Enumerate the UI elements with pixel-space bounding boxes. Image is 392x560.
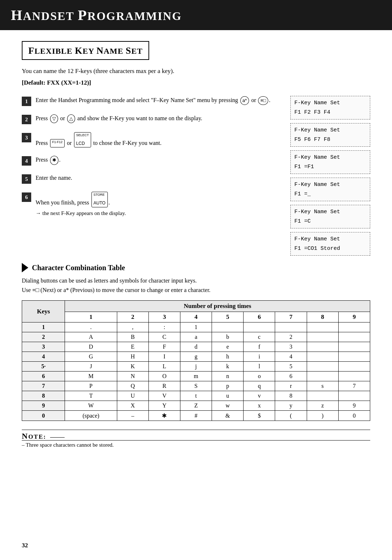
char-table: Keys Number of pressing times 1 2 3 4 5 …	[22, 300, 370, 421]
table-row: 4GHIghi4	[22, 352, 370, 362]
table-cell-val: #	[180, 411, 212, 421]
section-title: FLEXIBLE KEY NAME SET	[28, 46, 143, 56]
table-cell-val	[244, 322, 275, 332]
table-row: 1.,:1	[22, 322, 370, 332]
page-header: HANDSET PROGRAMMING	[0, 0, 392, 30]
step-num-4: 4	[22, 156, 31, 166]
char-title-text: Character Combination Table	[32, 264, 125, 272]
step-num-1: 1	[22, 97, 31, 106]
header-title: HANDSET PROGRAMMING	[11, 9, 182, 23]
step-num-6: 6	[22, 192, 31, 202]
table-cell-val: t	[180, 391, 212, 401]
table-cell-val: C	[148, 332, 180, 342]
table-cell-val: B	[117, 332, 148, 342]
table-cell-val: (	[275, 411, 307, 421]
table-cell-val: ,	[117, 322, 148, 332]
table-cell-val: )	[307, 411, 338, 421]
table-cell-val: H	[117, 352, 148, 362]
table-cell-val: n	[212, 372, 244, 381]
table-cell-val	[307, 352, 338, 362]
table-cell-val: q	[244, 381, 275, 391]
table-cell-val: m	[180, 372, 212, 381]
table-cell-val: c	[244, 332, 275, 342]
table-cell-key: 7	[22, 381, 65, 391]
step-num-2: 2	[22, 115, 31, 124]
intro-line2: [Default: FXX (XX=1-12)]	[22, 78, 370, 88]
table-cell-val: :	[148, 322, 180, 332]
table-cell-val: (space)	[65, 411, 117, 421]
table-cell-val	[338, 362, 370, 372]
table-cell-val: j	[180, 362, 212, 372]
table-cell-val: .	[65, 322, 117, 332]
page: HANDSET PROGRAMMING FLEXIBLE KEY NAME SE…	[0, 0, 392, 560]
table-cell-val	[338, 342, 370, 352]
table-cell-val: 5	[275, 362, 307, 372]
table-cell-val: 2	[275, 332, 307, 342]
table-cell-val: u	[212, 391, 244, 401]
table-row: 3DEFdef3	[22, 342, 370, 352]
table-cell-val: D	[65, 342, 117, 352]
table-cell-key: 8	[22, 391, 65, 401]
icon-star-circle: ✱	[50, 156, 58, 165]
table-cell-val	[307, 372, 338, 381]
table-cell-val	[307, 362, 338, 372]
col-6: 6	[244, 312, 275, 322]
table-cell-val: 9	[338, 401, 370, 411]
table-cell-val	[212, 322, 244, 332]
col-3: 3	[148, 312, 180, 322]
table-cell-val: R	[148, 381, 180, 391]
table-cell-val: A	[65, 332, 117, 342]
step-text-5: Enter the name.	[36, 174, 283, 183]
table-cell-val: e	[212, 342, 244, 352]
table-row: 8TUVtuv8	[22, 391, 370, 401]
table-row: 5·JKLjkl5	[22, 362, 370, 372]
lcd-column: F-Key Name Set F1 F2 F3 F4 F-Key Name Se…	[290, 96, 370, 256]
lcd-screen-1: F-Key Name Set F1 F2 F3 F4	[290, 96, 370, 119]
icon-store-auto: STOREAUTO	[91, 192, 108, 207]
table-cell-val	[338, 391, 370, 401]
table-cell-val: a	[180, 332, 212, 342]
step-text-3: Press F1·F12 or SELECTLCD to chose the F…	[36, 132, 283, 147]
step-1: 1 Enter the Handset Programming mode and…	[22, 96, 283, 106]
table-cell-val: 8	[275, 391, 307, 401]
table-cell-val	[338, 332, 370, 342]
table-row: 0(space)–✱#&$()0	[22, 411, 370, 421]
col-header-num-pressing: Number of pressing times	[65, 301, 370, 312]
note-text: – Three space characters cannot be store…	[22, 442, 370, 448]
table-cell-val: x	[244, 401, 275, 411]
lcd-screen-2: F-Key Name Set F5 F6 F7 F8	[290, 123, 370, 147]
icon-down-arrow: ▽	[50, 114, 58, 123]
step-text-1: Enter the Handset Programming mode and s…	[36, 96, 283, 105]
table-cell-val: X	[117, 401, 148, 411]
lcd-screen-6: F-Key Name Set F1 =CO1 Stored	[290, 232, 370, 256]
table-cell-key: 0	[22, 411, 65, 421]
col-1: 1	[65, 312, 117, 322]
table-cell-val	[338, 322, 370, 332]
table-cell-val: 1	[180, 322, 212, 332]
steps-area: 1 Enter the Handset Programming mode and…	[22, 96, 370, 256]
char-intro-1: Dialing buttons can be used as letters a…	[22, 276, 370, 295]
table-row: 7PQRSpqrs7	[22, 381, 370, 391]
step-6: 6 When you finish, press STOREAUTO.	[22, 192, 283, 207]
table-cell-val	[307, 322, 338, 332]
table-cell-val: –	[117, 411, 148, 421]
table-cell-val: k	[212, 362, 244, 372]
icon-up-arrow: △	[67, 114, 75, 123]
table-cell-val: F	[148, 342, 180, 352]
table-cell-key: 6	[22, 372, 65, 381]
table-cell-val: ✱	[148, 411, 180, 421]
table-cell-val: z	[307, 401, 338, 411]
table-cell-val: M	[65, 372, 117, 381]
table-cell-val: K	[117, 362, 148, 372]
table-cell-val: s	[307, 381, 338, 391]
arrow-note: → the next F-Key appears on the display.	[36, 210, 283, 216]
step-3: 3 Press F1·F12 or SELECTLCD to chose the…	[22, 132, 283, 147]
table-cell-val: N	[117, 372, 148, 381]
table-cell-val: W	[65, 401, 117, 411]
table-cell-val: &	[212, 411, 244, 421]
table-cell-val: i	[244, 352, 275, 362]
icon-prev: a*	[64, 287, 69, 293]
table-cell-val: P	[65, 381, 117, 391]
table-cell-val: Z	[180, 401, 212, 411]
table-cell-val	[307, 332, 338, 342]
